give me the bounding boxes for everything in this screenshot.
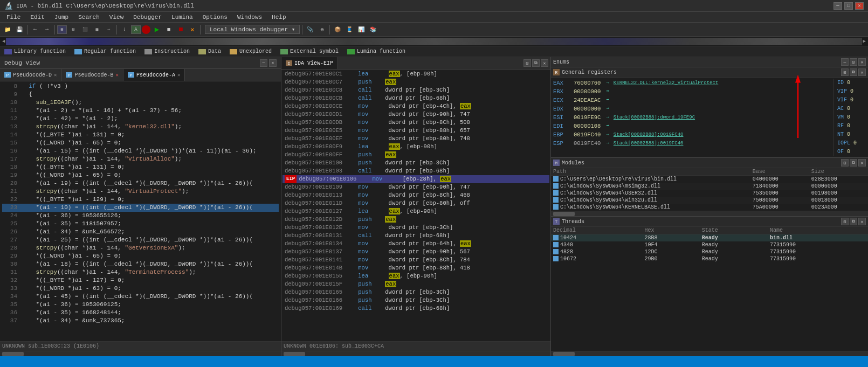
code-line-35: 35 *(a1 - 36) = 1953069125; xyxy=(2,301,279,309)
menu-help[interactable]: Help xyxy=(267,13,290,21)
enums-close[interactable]: ✕ xyxy=(858,58,866,66)
tb-attach[interactable]: 📎 xyxy=(305,24,315,35)
ida-hscroll[interactable] xyxy=(281,351,550,356)
esp-arrow[interactable]: → xyxy=(606,139,609,148)
ida-row-eip[interactable]: EIP debug057:001E0106 mov [ebp-28h], eax xyxy=(283,175,549,183)
ida-view-restore[interactable]: ⊡ xyxy=(523,59,531,67)
enums-minimize[interactable]: ─ xyxy=(841,58,849,66)
nav-scroll-left[interactable]: ◀ xyxy=(2,38,5,44)
tb-forward[interactable]: → xyxy=(42,24,52,35)
menu-windows[interactable]: Windows xyxy=(233,13,266,21)
tab-a-close[interactable]: ✕ xyxy=(177,72,180,78)
thread-row-4[interactable]: 10672 29B0 Ready 77315990 xyxy=(551,255,868,262)
modules-float[interactable]: ⧉ xyxy=(850,159,857,167)
debug-view-btn1[interactable]: ─ xyxy=(260,59,267,67)
modules-restore[interactable]: ⊡ xyxy=(841,159,849,167)
menu-jump[interactable]: Jump xyxy=(50,13,73,21)
tb-detach[interactable]: ⊖ xyxy=(316,24,327,35)
menu-edit[interactable]: Edit xyxy=(26,13,49,21)
tb-threads-btn[interactable]: 🧵 xyxy=(344,24,355,35)
minimize-button[interactable]: ─ xyxy=(833,2,842,10)
menu-bar: File Edit Jump Search View Debugger Lumi… xyxy=(0,12,868,23)
module-row-1[interactable]: C:\Users\ep\Desktop\re\virus\bin.dll 040… xyxy=(551,176,868,183)
ida-asm-content[interactable]: debug057:001E00C1 lea eax, [ebp-90h] deb… xyxy=(281,70,550,341)
tb-pause[interactable]: ■ xyxy=(163,24,174,35)
modules-content[interactable]: Path Base Size C:\Users\ep\Desktop\re\vi… xyxy=(551,168,868,211)
tb-enums[interactable]: ▦ xyxy=(92,24,102,35)
ebp-link[interactable]: Stack[00002B88]:0019FC40 xyxy=(614,130,684,139)
menu-options[interactable]: Options xyxy=(198,13,232,21)
tb-step-into[interactable]: ✕ xyxy=(187,24,198,35)
thread-row-2[interactable]: 4340 10F4 Ready 77315990 xyxy=(551,241,868,248)
thread-row-3[interactable]: 4828 12DC Ready 77315990 xyxy=(551,248,868,255)
module-row-2[interactable]: C:\Windows\SysWOW64\msimg32.dll 71840000… xyxy=(551,183,868,190)
ida-view-close[interactable]: ✕ xyxy=(541,59,548,67)
menu-file[interactable]: File xyxy=(2,13,25,21)
menu-lumina[interactable]: Lumina xyxy=(167,13,197,21)
ida-hscroll-thumb[interactable] xyxy=(284,352,305,356)
module-row-4[interactable]: C:\Windows\SysWOW64\win32u.dll 75080000 … xyxy=(551,197,868,204)
tb-regs[interactable]: 📊 xyxy=(356,24,367,35)
nav-scroll-right[interactable]: ▶ xyxy=(863,38,866,44)
menu-debugger[interactable]: Debugger xyxy=(129,13,166,21)
left-hscroll[interactable] xyxy=(0,351,281,356)
modules-hscroll-thumb[interactable] xyxy=(553,212,575,216)
threads-float[interactable]: ⧉ xyxy=(850,218,857,225)
tb-save[interactable]: 💾 xyxy=(14,24,25,35)
eax-link[interactable]: KERNEL32.DLL:kernel32_VirtualProtect xyxy=(614,79,718,87)
debug-view-header: Debug View ─ ✕ xyxy=(0,57,281,69)
tb-xrefs[interactable]: ⇨ xyxy=(104,24,114,35)
tb-modules-btn[interactable]: 📦 xyxy=(332,24,343,35)
module-row-3[interactable]: C:\Windows\SysWOW64\USER32.dll 75350000 … xyxy=(551,190,868,197)
thread-row-1[interactable]: 10424 28B8 Ready bin.dll xyxy=(551,234,868,242)
tab-pseudocode-b[interactable]: P Pseudocode-B ✕ xyxy=(61,69,123,81)
nav-band[interactable] xyxy=(6,38,862,45)
menu-search[interactable]: Search xyxy=(74,13,104,21)
debug-view-close[interactable]: ✕ xyxy=(269,59,277,67)
reg-restore[interactable]: ⊡ xyxy=(841,68,849,76)
tb-hex[interactable]: ⊟ xyxy=(68,24,79,35)
threads-hscroll[interactable] xyxy=(551,351,868,356)
maximize-button[interactable]: □ xyxy=(844,2,853,10)
pseudocode-content[interactable]: 8 if ( !*v3 ) 9 { 10 sub_1E0A3F(); 11 *(… xyxy=(0,81,281,341)
left-hscroll-thumb[interactable] xyxy=(2,352,24,356)
menu-view[interactable]: View xyxy=(105,13,128,21)
ebp-arrow[interactable]: → xyxy=(606,130,609,139)
threads-close[interactable]: ✕ xyxy=(858,218,866,225)
threads-restore[interactable]: ⊡ xyxy=(841,218,849,225)
eax-arrow[interactable]: → xyxy=(606,79,609,87)
threads-content[interactable]: Decimal Hex State Name 10424 28B8 Ready … xyxy=(551,227,868,351)
tb-run[interactable]: ▶ xyxy=(151,24,162,35)
tb-debugger-dropdown[interactable]: Local Windows debugger ▾ xyxy=(205,25,300,34)
reg-float[interactable]: ⧉ xyxy=(850,68,857,76)
tb-stop[interactable]: ⏹ xyxy=(175,24,186,35)
tb-breakpoint[interactable] xyxy=(142,25,150,34)
tab-b-close[interactable]: ✕ xyxy=(115,72,118,78)
code-line-12: 12 *(a1 - 42) = *(a1 - 2); xyxy=(2,115,279,123)
tab-ida-view[interactable]: I IDA View-EIP xyxy=(281,57,338,69)
threads-hscroll-thumb[interactable] xyxy=(553,352,575,356)
tb-structs[interactable]: ⬛ xyxy=(80,24,91,35)
close-button[interactable]: ✕ xyxy=(855,2,864,10)
tab-d-close[interactable]: ✕ xyxy=(54,72,57,78)
tb-find[interactable]: A xyxy=(131,25,141,34)
registers-header: R General registers ⊡ ⧉ ✕ xyxy=(551,67,868,78)
threads-title: Threads xyxy=(562,219,584,225)
ida-row-109: debug057:001E0109 mov dword ptr [ebp-90h… xyxy=(283,183,549,191)
esi-arrow[interactable]: → xyxy=(606,113,609,122)
reg-close[interactable]: ✕ xyxy=(858,68,866,76)
esp-link[interactable]: Stack[00002B88]:0019FC40 xyxy=(614,139,684,148)
modules-close[interactable]: ✕ xyxy=(858,159,866,167)
tab-pseudocode-a[interactable]: P Pseudocode-A ✕ xyxy=(123,69,185,81)
ida-view-float[interactable]: ⧉ xyxy=(532,59,540,67)
tb-back[interactable]: ← xyxy=(30,24,40,35)
tab-pseudocode-d[interactable]: P Pseudocode-D ✕ xyxy=(0,69,61,81)
tb-arrow-down[interactable]: ↓ xyxy=(119,24,130,35)
enums-restore[interactable]: ⊡ xyxy=(850,58,857,66)
tb-open[interactable]: 📁 xyxy=(2,24,13,35)
esi-link[interactable]: Stack[00002B88]:dword_19FE9C xyxy=(614,113,695,122)
tb-disasm[interactable]: ⊞ xyxy=(57,25,67,34)
module-row-5[interactable]: C:\Windows\SysWOW64\KERNELBASE.dll 75A00… xyxy=(551,204,868,211)
modules-hscroll[interactable] xyxy=(551,211,868,216)
tb-stack[interactable]: 📚 xyxy=(368,24,378,35)
